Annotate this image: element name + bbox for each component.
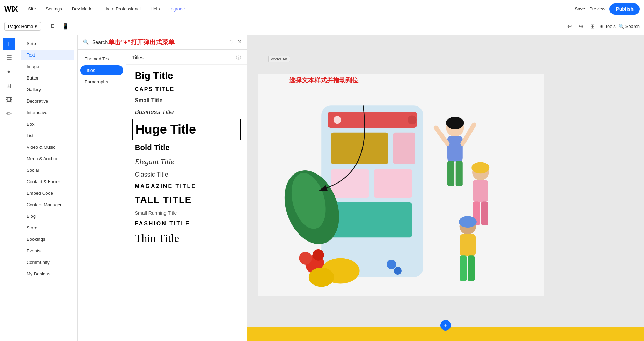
title-small[interactable]: Small Title [132,95,241,106]
title-business[interactable]: Business Title [132,106,241,118]
vector-art-label: Vector Art [268,56,290,62]
svg-rect-30 [468,255,475,281]
svg-rect-8 [374,169,412,198]
pages-icon[interactable]: ☰ [3,52,15,64]
cat-bookings[interactable]: Bookings [21,234,74,245]
media-icon[interactable]: 🖼 [3,94,15,106]
svg-rect-5 [331,133,388,164]
nav-upgrade[interactable]: Upgrade [168,6,185,12]
nav-site[interactable]: Site [26,5,38,13]
cat-social[interactable]: Social [21,165,74,176]
cat-blog[interactable]: Blog [21,211,74,222]
redo-button[interactable]: ↪ [577,22,585,31]
save-button[interactable]: Save [575,6,585,12]
design-icon[interactable]: ✦ [3,66,15,78]
svg-rect-28 [460,234,476,256]
panel-search-label[interactable]: Search [92,39,108,45]
cat-interactive[interactable]: Interactive [21,107,74,118]
svg-rect-21 [447,161,454,186]
cat-events[interactable]: Events [21,245,74,256]
tools-icon: ⊞ [600,24,603,29]
nav-help[interactable]: Help [148,5,162,13]
cat-image[interactable]: Image [21,61,74,72]
cat-list[interactable]: List [21,130,74,141]
svg-point-34 [471,162,489,173]
sub-titles[interactable]: Titles [80,65,123,75]
panel-close-button[interactable]: × [237,38,241,46]
title-bold[interactable]: Bold Title [132,141,241,154]
svg-rect-20 [447,136,463,162]
nav-devmode[interactable]: Dev Mode [70,5,95,13]
second-bar: Page: Home ▾ 🖥 📱 单击"+"打开弹出式菜单 ↩ ↪ ⊞ ⊞ To… [0,18,644,35]
title-elegant[interactable]: Elegant Title [132,155,241,168]
categories-panel: Strip Text Image Button Gallery Decorati… [18,35,78,341]
top-bar: WiX Site Settings Dev Mode Hire a Profes… [0,0,644,18]
canvas-add-section-button[interactable]: + [440,320,451,331]
blog-icon[interactable]: ✏ [3,108,15,120]
svg-rect-29 [460,255,467,281]
title-thin[interactable]: Thin Title [132,230,241,247]
apps-icon[interactable]: ⊞ [3,80,15,92]
undo-button[interactable]: ↩ [565,22,574,31]
publish-button[interactable]: Publish [609,3,640,15]
subcategories-panel: Themed Text Titles Paragraphs [78,50,126,341]
cat-contact-forms[interactable]: Contact & Forms [21,176,74,187]
sub-paragraphs[interactable]: Paragraphs [80,77,123,87]
cat-strip[interactable]: Strip [21,38,74,49]
titles-panel: Titles ⓘ Big Title CAPS TITLE Small Titl… [126,50,247,341]
nav-settings[interactable]: Settings [44,5,64,13]
fullscreen-button[interactable]: ⊞ [588,22,597,31]
svg-rect-22 [456,161,463,186]
svg-point-35 [459,216,477,228]
cat-video-music[interactable]: Video & Music [21,142,74,153]
cat-text[interactable]: Text [21,50,74,60]
cat-embed-code[interactable]: Embed Code [21,188,74,199]
title-huge[interactable]: Huge Title [132,119,241,140]
svg-rect-24 [473,180,488,202]
title-fashion[interactable]: FASHION TITLE [132,218,241,229]
titles-list: Big Title CAPS TITLE Small Title Busines… [126,65,247,250]
panel-help-icon[interactable]: ? [230,39,234,45]
svg-point-4 [408,115,417,124]
svg-point-14 [313,249,324,261]
info-icon[interactable]: ⓘ [236,54,241,61]
cat-menu-anchor[interactable]: Menu & Anchor [21,153,74,164]
page-selector[interactable]: Page: Home ▾ [4,22,41,31]
svg-point-33 [446,117,464,129]
preview-button[interactable]: Preview [589,6,605,12]
svg-rect-6 [393,133,415,164]
main-area: + ☰ ✦ ⊞ 🖼 ✏ Strip Text Image Button Gall… [0,35,644,341]
search-button[interactable]: 🔍 Search [619,24,640,29]
title-tall[interactable]: TALL TITLE [132,192,241,207]
panel-search-icon: 🔍 [83,39,89,45]
svg-point-3 [334,116,341,124]
search-icon: 🔍 [619,24,624,29]
title-magazine[interactable]: MAGAZINE TITLE [132,181,241,192]
cat-button[interactable]: Button [21,73,74,83]
cat-box[interactable]: Box [21,119,74,129]
mobile-view-button[interactable]: 📱 [60,22,71,31]
add-element-button[interactable]: + [3,38,15,50]
title-small-running[interactable]: Small Running Title [132,208,241,218]
cat-gallery[interactable]: Gallery [21,84,74,95]
svg-point-17 [387,260,396,269]
cat-content-manager[interactable]: Content Manager [21,199,74,210]
svg-point-18 [394,267,402,275]
panel-header: 🔍 Search ? × [78,35,247,50]
cat-decorative[interactable]: Decorative [21,96,74,106]
title-big[interactable]: Big Title [132,68,241,83]
title-caps[interactable]: CAPS TITLE [132,84,241,95]
cat-store[interactable]: Store [21,222,74,233]
cat-community[interactable]: Community [21,257,74,268]
svg-rect-9 [331,202,412,237]
desktop-view-button[interactable]: 🖥 [48,22,58,31]
nav-hire[interactable]: Hire a Professional [100,5,143,13]
tools-button[interactable]: ⊞ Tools [600,24,615,29]
title-classic[interactable]: Classic Title [132,169,241,180]
cat-my-designs[interactable]: My Designs [21,268,74,279]
illustration-svg [258,63,544,307]
svg-rect-7 [331,169,369,198]
chevron-down-icon: ▾ [35,24,37,29]
sub-themed-text[interactable]: Themed Text [80,54,123,64]
svg-point-16 [309,268,334,287]
